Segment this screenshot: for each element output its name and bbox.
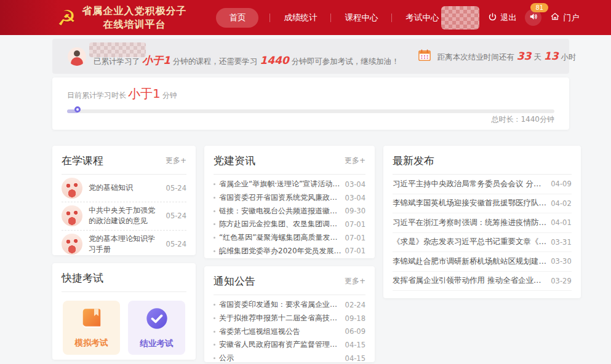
quick-exam-title: 快捷考试 — [62, 271, 103, 285]
course-date: 05-24 — [166, 184, 186, 192]
latest-item[interactable]: 李锦斌李国英机场迎接安徽首批援鄂医疗队凯... 04-02 — [393, 194, 572, 214]
latest-text: 李锦斌李国英机场迎接安徽首批援鄂医疗队凯... — [393, 198, 547, 208]
censored-username-infobar — [89, 42, 146, 57]
avatar — [68, 47, 86, 66]
nav-item-label[interactable]: 课程中心 — [342, 8, 380, 28]
deadline-prefix: 距离本次结业时间还有 — [437, 52, 514, 61]
nav-item[interactable]: 成绩统计 — [258, 8, 319, 28]
party-news-item[interactable]: 皖维集团党委举办2020年党员发展对象培训班... 07-01 — [214, 244, 365, 258]
latest-title: 最新发布 — [393, 154, 434, 168]
notices-title: 通知公告 — [214, 274, 255, 288]
notice-date: 04-15 — [345, 354, 365, 362]
party-news-list: 省属企业“举旗帜·送理论”宣讲活动走进华安... 03-04 省国资委召开省国资… — [214, 175, 365, 258]
study-text-prefix: 已累计学习了 — [94, 57, 140, 66]
course-item[interactable]: 党的基础知识 05-24 — [62, 175, 186, 202]
news-text: 链接：安徽电视台公共频道报道徽商职业学院... — [219, 206, 341, 216]
mock-exam-button[interactable]: 模拟考试 — [63, 301, 120, 355]
mock-exam-label[interactable]: 模拟考试 — [75, 338, 108, 349]
progress-handle[interactable] — [74, 106, 81, 113]
courses-title: 在学课程 — [62, 154, 103, 168]
deadline-text: 距离本次结业时间还有33天13小时 — [437, 50, 577, 63]
site-title: 省属企业入党积极分子 在线培训平台 — [82, 4, 186, 31]
news-text: 省国资委召开省国资系统党风廉政建设和反腐... — [219, 192, 341, 203]
nav-item[interactable]: 考试中心 — [380, 8, 441, 28]
latest-date: 03-31 — [551, 238, 571, 247]
course-item[interactable]: 中共中央关于加强党的政治建设的意见 05-24 — [62, 202, 186, 230]
logout-button[interactable]: 退出 — [488, 12, 516, 23]
logout-label[interactable]: 退出 — [500, 12, 516, 23]
notice-item[interactable]: 关于拟推荐申报第十二届全省高技能人才评选... 09-18 — [214, 312, 365, 325]
news-text: “红色基因”凝聚海螺集团高质量发展磅礴力... — [219, 232, 341, 243]
party-news-item[interactable]: 省国资委召开省国资系统党风廉政建设和反腐... 03-04 — [214, 191, 365, 205]
latest-item[interactable]: 习近平主持中央政治局常务委员会会议 分析国... 04-09 — [393, 175, 572, 194]
latest-date: 03-29 — [551, 277, 571, 285]
notices-card: 通知公告 更多+ 省国资委印发通知：要求省属企业认真贯彻落... 02-24 — [204, 266, 375, 362]
notification-badge: 81 — [530, 3, 548, 12]
nav-item[interactable]: 课程中心 — [319, 8, 380, 28]
announcement-button[interactable]: 81 — [525, 9, 541, 26]
notice-date: 06-09 — [345, 327, 365, 336]
party-news-title: 党建资讯 — [214, 154, 255, 168]
party-news-item[interactable]: “红色基因”凝聚海螺集团高质量发展磅礴力... 07-01 — [214, 231, 365, 245]
site-title-line1: 省属企业入党积极分子 — [82, 4, 186, 18]
bullet-dot — [214, 331, 215, 333]
progress-unit: 分钟 — [162, 91, 177, 100]
notice-text: 公示 — [219, 353, 341, 362]
nav-item[interactable]: 首页 — [216, 8, 258, 28]
notice-date: 09-18 — [345, 314, 365, 323]
latest-date: 03-30 — [551, 257, 571, 266]
latest-text: 发挥省属企业引领带动作用 推动全省企业尽快... — [393, 275, 547, 286]
party-news-more-link[interactable]: 更多+ — [345, 156, 365, 166]
progress-total-label: 总时长：1440分钟 — [491, 114, 554, 125]
notices-more-link[interactable]: 更多+ — [345, 276, 365, 287]
final-exam-label[interactable]: 结业考试 — [140, 338, 174, 349]
party-news-item[interactable]: 陈方赴国元金控集团、农垦集团调研督导 07-01 — [214, 218, 365, 231]
party-news-item[interactable]: 省属企业“举旗帜·送理论”宣讲活动走进华安... 03-04 — [214, 178, 365, 191]
nav-item-label[interactable]: 首页 — [216, 8, 258, 28]
nav-item-label[interactable]: 考试中心 — [403, 8, 441, 28]
party-news-item[interactable]: 链接：安徽电视台公共频道报道徽商职业学院... 09-30 — [214, 204, 365, 218]
course-name: 中共中央关于加强党的政治建设的意见 — [89, 205, 160, 227]
notice-item[interactable]: 安徽省人民政府国有资产监督管理委员会网站... 04-15 — [214, 338, 365, 352]
nav-item-label[interactable]: 成绩统计 — [281, 8, 319, 28]
final-exam-button[interactable]: 结业考试 — [128, 301, 185, 355]
study-summary: 已累计学习了小于1分钟的课程，还需要学习1440分钟即可参加考试，继续加油！ — [52, 39, 399, 74]
portal-label[interactable]: 门户 — [563, 12, 579, 23]
course-date: 05-24 — [166, 240, 186, 248]
avatar-body — [71, 57, 83, 66]
course-name: 党的基础知识 — [89, 183, 160, 193]
bullet-dot — [214, 210, 215, 212]
notice-item[interactable]: 省委第七巡视组巡视公告 06-09 — [214, 325, 365, 338]
latest-text: 习近平在浙江考察时强调：统筹推进疫情防控... — [393, 218, 547, 228]
book-icon — [80, 307, 103, 333]
progress-label-row: 目前累计学习时长小于1分钟 — [67, 85, 554, 102]
latest-text: 李锦斌赴合肥市调研新桥机场航站区规划建设... — [393, 256, 547, 267]
notice-item[interactable]: 省国资委印发通知：要求省属企业认真贯彻落... 02-24 — [214, 298, 365, 312]
progress-card: 目前累计学习时长小于1分钟 总时长：1440分钟 — [52, 77, 569, 130]
bullet-dot — [214, 237, 215, 239]
study-text-mid: 分钟的课程，还需要学习 — [173, 57, 258, 66]
censored-username — [441, 6, 479, 30]
bullet-dot — [214, 304, 215, 306]
courses-more-link[interactable]: 更多+ — [166, 156, 186, 166]
latest-item[interactable]: 习近平在浙江考察时强调：统筹推进疫情防控... 04-01 — [393, 213, 572, 233]
latest-item[interactable]: 李锦斌赴合肥市调研新桥机场航站区规划建设... 03-30 — [393, 252, 572, 272]
latest-date: 04-09 — [551, 180, 571, 188]
portal-button[interactable]: 门户 — [550, 12, 579, 23]
power-icon — [488, 12, 497, 23]
course-thumbnail — [62, 205, 82, 226]
deadline-days-unit: 天 — [533, 52, 541, 61]
bullet-dot — [214, 250, 215, 252]
notice-date: 04-15 — [345, 341, 365, 349]
notice-text: 安徽省人民政府国有资产监督管理委员会网站... — [219, 339, 341, 350]
news-date: 03-04 — [345, 180, 365, 189]
notice-text: 省委第七巡视组巡视公告 — [219, 326, 341, 337]
course-item[interactable]: 党的基本理论知识学习手册 05-24 — [62, 230, 186, 255]
latest-item[interactable]: 发挥省属企业引领带动作用 推动全省企业尽快... 03-29 — [393, 272, 572, 291]
speaker-icon — [529, 12, 538, 23]
latest-text: 《求是》杂志发表习近平总书记重要文章《在... — [393, 237, 547, 247]
news-date: 09-30 — [345, 207, 365, 215]
home-icon — [550, 12, 560, 23]
latest-item[interactable]: 《求是》杂志发表习近平总书记重要文章《在... 03-31 — [393, 233, 572, 253]
notice-item[interactable]: 公示 04-15 — [214, 352, 365, 362]
